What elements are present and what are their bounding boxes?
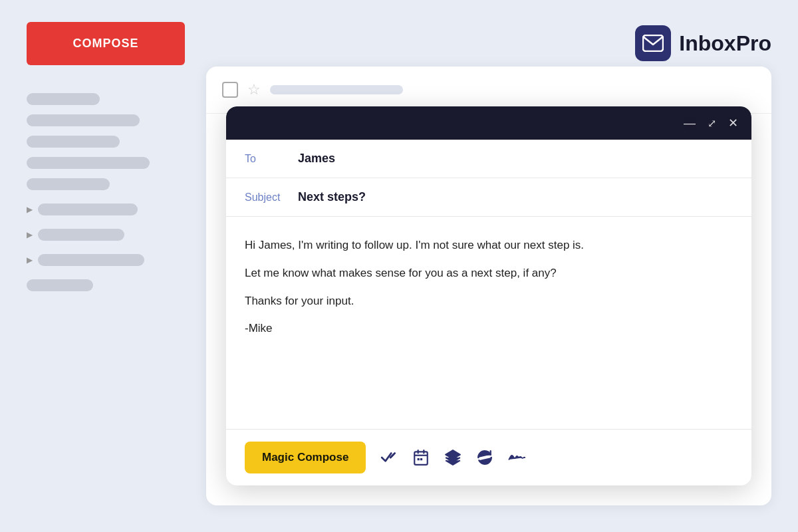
svg-rect-6 (420, 458, 422, 460)
list-item (38, 229, 124, 241)
svg-rect-5 (418, 458, 420, 460)
magic-compose-button[interactable]: Magic Compose (245, 442, 366, 473)
to-value[interactable]: James (298, 152, 335, 166)
body-line-2: Let me know what makes sense for you as … (245, 263, 733, 283)
tracking-icon[interactable] (380, 449, 398, 466)
folder-group: ▶ (27, 203, 185, 215)
chevron-right-icon: ▶ (27, 230, 33, 239)
compose-button[interactable]: COMPOSE (27, 22, 185, 65)
star-icon[interactable]: ☆ (247, 81, 261, 98)
folder-group: ▶ (27, 254, 185, 266)
main-area: ☆ — ⤢ ✕ To James Subject Next steps? Hi … (206, 66, 771, 505)
list-item (27, 93, 100, 105)
body-line-3: Thanks for your input. (245, 291, 733, 311)
chevron-right-icon: ▶ (27, 205, 33, 214)
subject-value[interactable]: Next steps? (298, 190, 366, 204)
rewrite-icon[interactable] (476, 449, 493, 466)
list-item (27, 157, 150, 169)
modal-footer: Magic Compose (226, 429, 751, 485)
select-checkbox[interactable] (222, 82, 238, 98)
folder-group: ▶ (27, 229, 185, 241)
body-line-1: Hi James, I'm writing to follow up. I'm … (245, 235, 733, 255)
sequences-icon[interactable] (444, 449, 462, 466)
message-body[interactable]: Hi James, I'm writing to follow up. I'm … (226, 217, 751, 429)
to-field-row: To James (226, 140, 751, 178)
subject-field-row: Subject Next steps? (226, 178, 751, 217)
compose-modal: — ⤢ ✕ To James Subject Next steps? Hi Ja… (226, 106, 751, 485)
list-item (27, 279, 93, 291)
calendar-icon[interactable] (412, 449, 430, 466)
list-item (38, 203, 138, 215)
email-list: ▶ ▶ ▶ (27, 86, 185, 291)
modal-body: To James Subject Next steps? Hi James, I… (226, 140, 751, 429)
close-button[interactable]: ✕ (728, 116, 738, 130)
svg-rect-1 (415, 452, 428, 465)
minimize-button[interactable]: — (684, 116, 696, 130)
to-label: To (245, 153, 298, 165)
chevron-right-icon: ▶ (27, 255, 33, 265)
email-subject-bar (270, 85, 403, 94)
modal-header: — ⤢ ✕ (226, 106, 751, 140)
body-line-4: -Mike (245, 319, 733, 338)
list-item (27, 114, 140, 126)
logo-area: InboxPro (635, 25, 771, 61)
list-item (27, 136, 120, 148)
svg-rect-0 (643, 35, 663, 51)
expand-button[interactable]: ⤢ (708, 117, 716, 130)
signature-icon[interactable] (508, 449, 525, 466)
subject-label: Subject (245, 192, 298, 203)
list-item (38, 254, 144, 266)
list-item (27, 178, 110, 190)
logo-icon (635, 25, 671, 61)
logo-text: InboxPro (679, 31, 771, 56)
